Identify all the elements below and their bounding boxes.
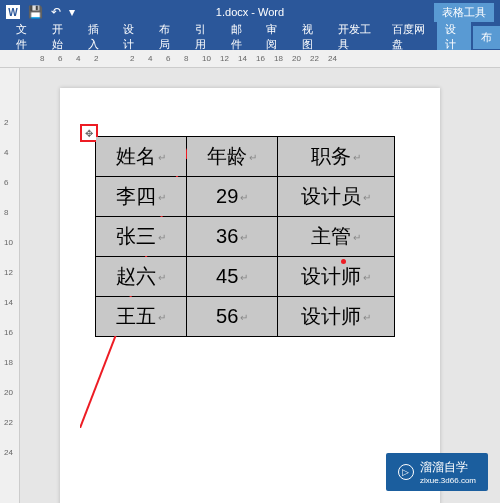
data-table[interactable]: 姓名↵ 年龄↵ 职务↵ 李四↵ 29↵ 设计员↵ 张三↵ 36↵ 主管↵ 赵六↵… [95,136,395,337]
cell-name[interactable]: 赵六↵ [96,257,187,297]
cell-age[interactable]: 29↵ [187,177,278,217]
cell-age[interactable]: 36↵ [187,217,278,257]
save-icon[interactable]: 💾 [28,5,43,19]
cursor-marker [341,259,346,264]
word-app-icon: W [6,5,20,19]
cell-title[interactable]: 设计师↵ [278,297,395,337]
horizontal-ruler[interactable]: 8 6 4 2 2 4 6 8 10 12 14 16 18 20 22 24 [0,50,500,68]
table-row[interactable]: 赵六↵ 45↵ 设计师↵ [96,257,395,297]
cell-title[interactable]: 设计师↵ [278,257,395,297]
ribbon-tabs: 文件 开始 插入 设计 布局 引用 邮件 审阅 视图 开发工具 百度网盘 设计 … [0,24,500,50]
undo-icon[interactable]: ↶ [51,5,61,19]
watermark-text: 溜溜自学 [420,460,468,474]
tab-table-layout[interactable]: 布 [473,26,500,49]
document-page[interactable]: ✥ 姓名↵ 年龄↵ 职务↵ 李四↵ 29↵ 设计员↵ [60,88,440,503]
cell-title[interactable]: 主管↵ [278,217,395,257]
table-row[interactable]: 张三↵ 36↵ 主管↵ [96,217,395,257]
document-title: 1.docx - Word [216,6,284,18]
qat-dropdown-icon[interactable]: ▾ [69,5,75,19]
cell-name[interactable]: 王五↵ [96,297,187,337]
watermark-badge: ▷ 溜溜自学 zixue.3d66.com [386,453,488,491]
header-cell-name[interactable]: 姓名↵ [96,137,187,177]
table-header-row[interactable]: 姓名↵ 年龄↵ 职务↵ [96,137,395,177]
cell-title[interactable]: 设计员↵ [278,177,395,217]
table-row[interactable]: 李四↵ 29↵ 设计员↵ [96,177,395,217]
vertical-ruler[interactable]: 2 4 6 8 10 12 14 16 18 20 22 24 [0,68,20,503]
cell-age[interactable]: 45↵ [187,257,278,297]
cell-name[interactable]: 李四↵ [96,177,187,217]
header-cell-age[interactable]: 年龄↵ [187,137,278,177]
play-icon: ▷ [398,464,414,480]
cell-name[interactable]: 张三↵ [96,217,187,257]
table-row[interactable]: 王五↵ 56↵ 设计师↵ [96,297,395,337]
watermark-url: zixue.3d66.com [420,476,476,485]
move-icon: ✥ [83,127,95,139]
header-cell-title[interactable]: 职务↵ [278,137,395,177]
cell-age[interactable]: 56↵ [187,297,278,337]
document-viewport[interactable]: ✥ 姓名↵ 年龄↵ 职务↵ 李四↵ 29↵ 设计员↵ [20,68,500,503]
